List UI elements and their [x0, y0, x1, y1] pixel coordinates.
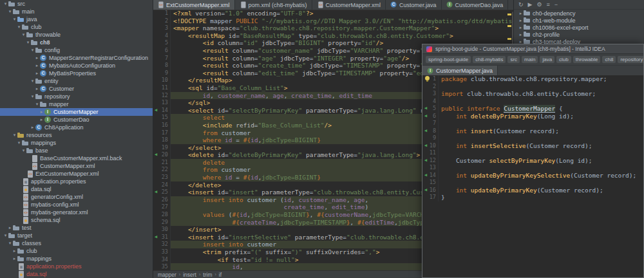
tree-item-mappings[interactable]: ▾mappings [0, 139, 153, 147]
window-title-bar[interactable]: spring-boot-guide - CustomerMapper.java … [422, 44, 643, 54]
chevron-down-icon[interactable]: ▾ [30, 79, 35, 84]
mybatis-nav-arrow-icon[interactable]: ◀ [153, 189, 159, 196]
chevron-right-icon[interactable]: ▸ [39, 117, 44, 122]
chevron-down-icon[interactable]: ▾ [16, 24, 22, 30]
chevron-down-icon[interactable]: ▾ [30, 94, 35, 99]
java-editor[interactable]: 1package club.throwable.ch8.repository.m… [422, 75, 643, 277]
tree-item-schema-sql[interactable]: schema.sql [0, 216, 153, 224]
nav-item-spring-boot-guide[interactable]: spring-boot-guide [426, 56, 471, 63]
tree-item-ch8[interactable]: ▾ch8 [0, 39, 153, 46]
module-item-ch2-profile[interactable]: ▸ch2-profile [514, 31, 644, 38]
chevron-right-icon[interactable]: ▸ [39, 109, 44, 115]
tree-item-customermapper[interactable]: ▸CustomerMapper [0, 108, 153, 116]
tree-item-repository[interactable]: ▾repository [0, 93, 153, 100]
tab-customer-java[interactable]: Customer.java [386, 0, 442, 10]
tree-item-club[interactable]: ▸club [0, 247, 153, 255]
tree-item-application-properties[interactable]: application.properties [0, 178, 153, 185]
tree-item-entity[interactable]: ▾entity [0, 77, 153, 85]
nav-item-src[interactable]: src [507, 56, 520, 63]
nav-item-main[interactable]: main [522, 56, 538, 63]
tree-item-throwable[interactable]: ▾throwable [0, 31, 153, 39]
chevron-down-icon[interactable]: ▾ [21, 32, 26, 37]
chevron-down-icon[interactable]: ▾ [7, 241, 13, 246]
chevron-right-icon[interactable]: ▸ [12, 248, 17, 254]
tab-customermapper-xml[interactable]: CustomerMapper.xml [312, 0, 386, 10]
tree-item-extcustomermapper-xml[interactable]: ExtCustomerMapper.xml [0, 170, 153, 178]
module-item-ch1-web-module[interactable]: ▸ch1-web-module [514, 17, 644, 24]
tree-item-application-properties[interactable]: application.properties [0, 263, 153, 270]
nav-item-repository[interactable]: repository [618, 56, 643, 63]
tree-item-main[interactable]: ▾main [0, 8, 153, 15]
tree-item-basecustomermapper-xml-back[interactable]: BaseCustomerMapper.xml.back [0, 154, 153, 162]
nav-item-club[interactable]: club [556, 56, 571, 63]
tree-item-generatorconfig-xml[interactable]: generatorConfig.xml [0, 193, 153, 201]
tree-item-base[interactable]: ▾base [0, 147, 153, 154]
chevron-right-icon[interactable]: ▸ [518, 32, 524, 37]
collapse-all-icon[interactable]: − [554, 0, 558, 9]
tree-item-classes[interactable]: ▾classes [0, 239, 153, 247]
tab-extcustomermapper-xml[interactable]: ExtCustomerMapper.xml [153, 0, 235, 10]
tree-item-mapper[interactable]: ▾mapper [0, 100, 153, 108]
tree-item-ch8application[interactable]: ▸Ch8Application [0, 124, 153, 131]
tree-item-customerdao[interactable]: ▸CustomerDao [0, 116, 153, 124]
tree-item-config[interactable]: ▾config [0, 46, 153, 54]
module-item-ch10086-excel-export[interactable]: ▸ch10086-excel-export [514, 24, 644, 31]
mybatis-nav-arrow-icon[interactable]: ◀ [422, 127, 429, 135]
chevron-down-icon[interactable]: ▾ [12, 133, 17, 138]
tab-pom-xml-ch8-mybatis[interactable]: pom.xml (ch8-mybatis) [235, 0, 312, 10]
chevron-right-icon[interactable]: ▸ [7, 225, 13, 230]
tree-item-customermapper-xml[interactable]: CustomerMapper.xml [0, 162, 153, 170]
breadcrumb-item-mapper[interactable]: mapper [158, 272, 176, 278]
breadcrumb-item-if[interactable]: if [219, 272, 222, 278]
tree-item-resources[interactable]: ▾resources [0, 131, 153, 139]
tree-item-data-sql[interactable]: data.sql [0, 185, 153, 193]
menu-icon[interactable]: ≡ [547, 0, 550, 9]
chevron-down-icon[interactable]: ▾ [21, 148, 26, 153]
refresh-icon[interactable]: ↻ [518, 0, 524, 9]
module-item-ch0-dependency[interactable]: ▸ch0-dependency [514, 10, 644, 17]
chevron-down-icon[interactable]: ▾ [3, 1, 8, 6]
tree-item-mybatisautoconfiguration[interactable]: ▸MybatisAutoConfiguration [0, 62, 153, 70]
nav-item-java[interactable]: java [540, 56, 554, 63]
mybatis-nav-arrow-icon[interactable]: ◀ [422, 187, 429, 194]
tree-item-mybatisproperties[interactable]: ▸MyBatisProperties [0, 70, 153, 77]
chevron-down-icon[interactable]: ▾ [34, 102, 40, 107]
tree-item-mybatis-config-xml[interactable]: mybatis-config.xml [0, 201, 153, 208]
tab-customermapper-java[interactable]: CustomerMapper.java [422, 66, 498, 76]
breadcrumb-item-insert[interactable]: insert [183, 272, 196, 278]
run-icon[interactable]: ▶ [528, 0, 533, 9]
chevron-down-icon[interactable]: ▾ [7, 9, 13, 14]
module-item-ch3-tomcat-deploy[interactable]: ▸ch3-tomcat-deploy [514, 38, 644, 44]
intention-bulb-icon[interactable] [425, 76, 430, 80]
nav-item-ch8-mybatis[interactable]: ch8-mybatis [473, 56, 506, 63]
chevron-down-icon[interactable]: ▾ [25, 40, 31, 45]
mybatis-nav-arrow-icon[interactable]: ◀ [422, 172, 429, 180]
chevron-right-icon[interactable]: ▸ [34, 71, 40, 76]
nav-item-throwable[interactable]: throwable [573, 56, 601, 63]
chevron-right-icon[interactable]: ▸ [34, 55, 40, 60]
mybatis-nav-arrow-icon[interactable]: ◀ [153, 234, 159, 241]
chevron-right-icon[interactable]: ▸ [12, 256, 17, 261]
tree-item-src[interactable]: ▾src [0, 0, 153, 8]
nav-item-ch8[interactable]: ch8 [602, 56, 616, 63]
mybatis-nav-arrow-icon[interactable]: ◀ [422, 142, 429, 150]
tree-item-data-sql[interactable]: data.sql [0, 270, 153, 278]
tree-item-java[interactable]: ▾java [0, 15, 153, 23]
chevron-down-icon[interactable]: ▾ [12, 17, 17, 22]
tree-item-mapperscannerregistrarconfiguration[interactable]: ▸MapperScannerRegistrarConfiguration [0, 54, 153, 62]
mybatis-nav-arrow-icon[interactable]: ◀ [153, 151, 159, 159]
tree-item-club[interactable]: ▾club [0, 23, 153, 31]
tree-item-mybatis-generator-xml[interactable]: mybatis-generator.xml [0, 208, 153, 216]
breadcrumb-item-trim[interactable]: trim [203, 272, 212, 278]
chevron-right-icon[interactable]: ▸ [518, 18, 524, 23]
tree-item-mappings[interactable]: ▸mappings [0, 255, 153, 263]
settings-icon[interactable]: ⚙ [536, 0, 542, 9]
mybatis-nav-arrow-icon[interactable]: ◀ [422, 157, 429, 165]
chevron-down-icon[interactable]: ▾ [3, 233, 8, 238]
chevron-right-icon[interactable]: ▸ [30, 125, 35, 130]
chevron-right-icon[interactable]: ▸ [518, 25, 524, 30]
mybatis-nav-arrow-icon[interactable]: ◀ [153, 107, 159, 115]
chevron-right-icon[interactable]: ▸ [34, 63, 40, 68]
tree-item-target[interactable]: ▾target [0, 232, 153, 239]
mybatis-nav-arrow-icon[interactable]: ◀ [422, 105, 429, 113]
